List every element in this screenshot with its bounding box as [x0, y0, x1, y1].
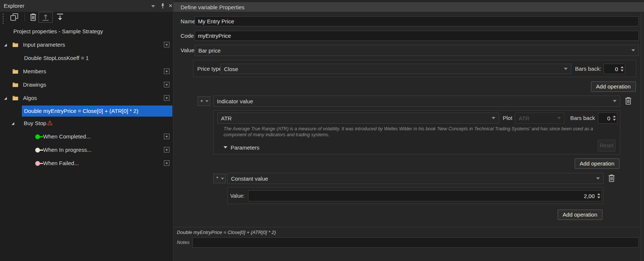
tree-item-stoplosskoeff[interactable]: Double StopLossKoeff = 1	[0, 53, 172, 64]
pin-icon[interactable]	[161, 3, 165, 11]
add-item-button[interactable]: +	[164, 147, 169, 153]
folder-icon	[12, 68, 19, 76]
add-operation-button[interactable]: Add operation	[575, 158, 620, 169]
operator-dropdown[interactable]: *	[213, 174, 226, 183]
expand-triangle-icon[interactable]	[4, 97, 7, 100]
spinner-up-icon[interactable]	[597, 193, 600, 195]
tree-item-project-properties[interactable]: Project properties - Sample Strategy	[0, 26, 172, 37]
expand-triangle-icon[interactable]	[11, 122, 14, 125]
chevron-down-icon	[221, 178, 224, 180]
panel-menu-caret-icon[interactable]	[151, 5, 155, 7]
add-item-button[interactable]: +	[164, 160, 169, 166]
add-item-button[interactable]: +	[164, 68, 169, 74]
operator-dropdown[interactable]: +	[198, 96, 210, 106]
properties-panel: Define variable Properties Name Code Val…	[174, 0, 644, 261]
spinner-down-icon[interactable]	[597, 197, 600, 198]
spinner-down-icon[interactable]	[621, 70, 624, 71]
tree-item-label: Algos	[23, 93, 37, 104]
move-down-button[interactable]	[56, 13, 64, 23]
expand-triangle-icon[interactable]	[4, 43, 7, 47]
tree-item-label: Drawings	[23, 79, 46, 90]
price-type-selected: Close	[221, 66, 564, 72]
bars-back-input[interactable]	[604, 64, 619, 74]
bars-back-spinner[interactable]	[604, 64, 625, 74]
folder-icon	[12, 42, 19, 49]
tree-item-drawings[interactable]: Drawings +	[0, 79, 172, 90]
spinner-up-icon[interactable]	[613, 116, 616, 117]
price-type-group: Price type: Close Bars back:	[193, 60, 636, 77]
folder-icon	[12, 95, 19, 102]
tree-item-input-parameters[interactable]: Input parameters +	[0, 39, 172, 50]
vertical-scrollbar[interactable]	[641, 12, 644, 261]
value-label: Value	[181, 45, 194, 56]
name-label: Name	[181, 16, 195, 26]
toolbar-separator	[24, 13, 25, 21]
constant-value-spinner[interactable]	[248, 190, 602, 201]
operator-value: *	[214, 174, 221, 183]
bars-back-spinner[interactable]	[598, 113, 617, 124]
name-input[interactable]	[195, 16, 639, 26]
status-dash-icon	[39, 136, 43, 137]
operation-type-dropdown[interactable]: Constant value	[227, 173, 604, 184]
warning-icon	[47, 120, 53, 127]
value-type-selected: Bar price	[195, 47, 631, 54]
tree-item-algos[interactable]: Algos +	[0, 93, 172, 104]
tree-item-members[interactable]: Members +	[0, 66, 172, 77]
add-operation-button[interactable]: Add operation	[591, 81, 636, 92]
chevron-down-icon	[224, 146, 227, 148]
bars-back-input[interactable]	[598, 113, 611, 123]
delete-button[interactable]	[29, 13, 37, 23]
tree-item-label: Double StopLossKoeff = 1	[24, 53, 89, 64]
chevron-down-icon	[492, 117, 495, 119]
folder-icon	[12, 82, 19, 89]
operation-type-dropdown[interactable]: Indicator value	[213, 96, 620, 107]
reset-button[interactable]: Reset	[598, 140, 615, 152]
add-item-button[interactable]: +	[164, 82, 169, 87]
add-item-button[interactable]: +	[164, 95, 169, 101]
tree-item-label: Input parameters	[23, 39, 65, 50]
tree-item-label: Project properties - Sample Strategy	[13, 26, 103, 37]
tree-item-when-completed[interactable]: When Completed... +	[0, 131, 172, 142]
price-type-dropdown[interactable]: Close	[220, 64, 571, 74]
constant-value-group: Value:	[227, 187, 604, 204]
value-type-dropdown[interactable]: Bar price	[195, 45, 639, 56]
constant-value-input[interactable]	[248, 191, 596, 201]
toolbar-grip-icon[interactable]	[3, 14, 4, 24]
notes-input[interactable]	[192, 237, 639, 248]
add-item-button[interactable]: +	[164, 134, 169, 139]
parameters-collapse[interactable]: Parameters	[224, 142, 260, 153]
tree-item-label: Double myEntryPrice = Close[0] + (ATR[0]…	[24, 106, 138, 117]
constant-value-label: Value:	[230, 190, 245, 201]
summary-divider	[174, 227, 644, 227]
plot-dropdown[interactable]: ATR	[515, 113, 565, 124]
tree-item-label: When Failed...	[43, 158, 79, 169]
chevron-down-icon	[205, 100, 208, 102]
spinner-up-icon[interactable]	[621, 66, 624, 68]
plot-selected: ATR	[515, 115, 557, 121]
delete-operation-button[interactable]	[608, 174, 616, 183]
tree-item-myentryprice-selected[interactable]: Double myEntryPrice = Close[0] + (ATR[0]…	[22, 106, 172, 117]
duplicate-button[interactable]	[10, 13, 19, 23]
delete-operation-button[interactable]	[624, 97, 633, 106]
add-item-button[interactable]: +	[164, 42, 169, 47]
properties-title: Define variable Properties	[181, 2, 245, 12]
spinner-down-icon[interactable]	[613, 119, 616, 121]
indicator-description: The Average True Range (ATR) is a measur…	[224, 126, 610, 138]
indicator-selected: ATR	[218, 115, 492, 121]
tree-item-when-in-progress[interactable]: When In progress... +	[0, 144, 172, 155]
operation-type-selected: Constant value	[228, 175, 596, 182]
tree-item-buy-stop[interactable]: Buy Stop	[0, 118, 172, 129]
indicator-dropdown[interactable]: ATR	[217, 113, 499, 124]
add-operation-button[interactable]: Add operation	[558, 210, 602, 220]
code-input[interactable]	[195, 31, 639, 41]
tree-item-when-failed[interactable]: When Failed... +	[0, 158, 172, 169]
status-dash-icon	[39, 163, 43, 164]
operation-type-selected: Indicator value	[214, 98, 613, 104]
tree-item-label: Buy Stop	[24, 118, 46, 129]
explorer-header: Explorer ✕	[0, 0, 173, 12]
plot-label: Plot	[503, 113, 512, 124]
chevron-down-icon	[631, 49, 635, 51]
close-icon[interactable]: ✕	[168, 0, 174, 11]
move-up-button[interactable]	[39, 12, 53, 23]
explorer-title: Explorer	[4, 0, 24, 12]
